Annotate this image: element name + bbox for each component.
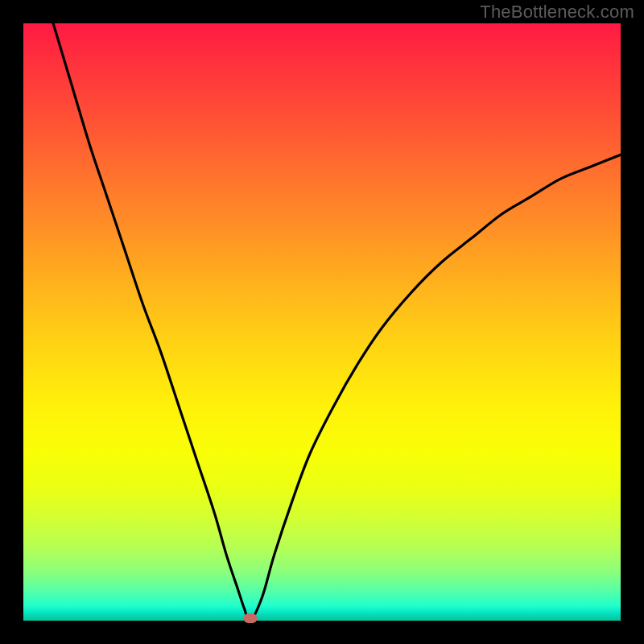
chart-frame: TheBottleneck.com bbox=[0, 0, 644, 644]
watermark-text: TheBottleneck.com bbox=[480, 2, 634, 23]
optimum-marker bbox=[243, 613, 257, 623]
bottleneck-curve bbox=[23, 23, 621, 621]
plot-area bbox=[23, 23, 621, 621]
